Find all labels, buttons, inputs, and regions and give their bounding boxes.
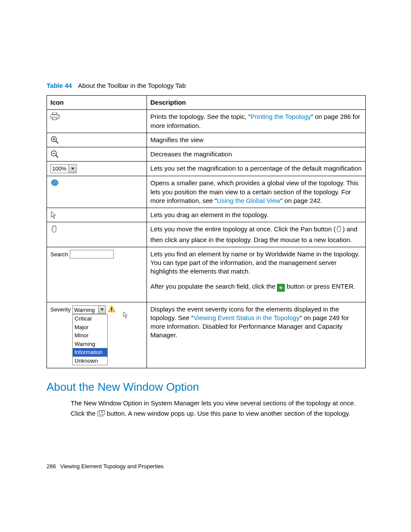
col-icon: Icon [47,96,147,110]
zoom-in-icon [47,133,147,147]
table-row: Prints the topology. See the topic, "Pri… [47,110,366,133]
table-row: Lets you drag an element in the topology… [47,208,366,222]
zoom-percent-value: 100% [51,165,68,173]
search-input[interactable] [70,250,114,258]
zoom-percent-select[interactable]: 100% [50,164,77,173]
severity-selected: Warning [73,306,98,314]
chevron-down-icon [68,165,76,173]
severity-option[interactable]: Major [73,323,107,332]
table-row: Opens a smaller pane, which provides a g… [47,176,366,208]
severity-option[interactable]: Information [73,348,107,357]
severity-control: Severity Warning Critical Major Minor Wa… [47,302,147,368]
search-control: Search [47,247,147,302]
toolbar-table: Icon Description Prints the topology. Se… [47,95,366,368]
new-window-icon [97,410,105,420]
severity-option[interactable]: Critical [73,314,107,323]
link-global-view[interactable]: Using the Global View [217,197,280,204]
svg-point-3 [58,115,59,116]
severity-option[interactable]: Unknown [73,357,107,365]
svg-line-5 [56,141,59,143]
table-label: Table 44 [47,82,72,89]
drag-desc: Lets you drag an element in the topology… [147,208,366,222]
cursor-icon [123,311,129,321]
svg-point-11 [51,180,58,186]
severity-option[interactable]: Minor [73,331,107,340]
zoom-percent-control: 100% [47,162,147,176]
table-row: Lets you move the entire topology at onc… [47,222,366,247]
svg-line-9 [56,156,59,158]
col-desc: Description [147,96,366,110]
severity-select[interactable]: Warning [72,305,106,314]
page-footer: 286Viewing Element Topology and Properti… [47,463,164,470]
severity-desc: Displays the event severity icons for th… [147,302,366,368]
svg-rect-13 [111,310,112,311]
svg-rect-0 [53,112,57,115]
table-caption: Table 44 About the Toolbar in the Topolo… [47,82,366,89]
table-row: 100% Lets you set the magnification to a… [47,162,366,176]
svg-rect-16 [100,410,105,411]
zoom-out-desc: Decreases the magnification [147,147,366,162]
table-row: Decreases the magnification [47,147,366,162]
zoom-in-desc: Magnifies the view [147,133,366,147]
link-printing-topology[interactable]: Printing the Topology [251,113,311,120]
search-desc: Lets you find an element by name or by W… [147,247,366,302]
svg-rect-12 [111,308,112,310]
search-go-icon [277,284,285,292]
table-row: Severity Warning Critical Major Minor Wa… [47,302,366,368]
zoom-out-icon [47,147,147,162]
search-label: Search [50,250,70,258]
severity-option[interactable]: Warning [73,340,107,348]
severity-label: Severity [50,306,71,314]
svg-rect-2 [53,117,57,120]
pan-icon [47,222,147,247]
table-row: Search Lets you find an element by name … [47,247,366,302]
pan-desc: Lets you move the entire topology at onc… [147,222,366,247]
print-desc: Prints the topology. See the topic, "Pri… [147,110,366,133]
warning-icon [108,305,115,315]
zoom-percent-desc: Lets you set the magnification to a perc… [147,162,366,176]
svg-point-17 [101,412,103,414]
global-view-desc: Opens a smaller pane, which provides a g… [147,176,366,208]
pan-inline-icon [336,225,342,235]
page-number: 286 [47,463,56,470]
link-viewing-event-status[interactable]: Viewing Event Status in the Topology [193,314,299,321]
section-body: The New Window Option in System Manager … [71,398,366,420]
section-heading: About the New Window Option [47,380,366,394]
table-row: Magnifies the view [47,133,366,147]
chevron-down-icon [98,306,106,314]
global-view-icon [47,176,147,208]
severity-options[interactable]: Critical Major Minor Warning Information… [72,314,108,365]
table-title: About the Toolbar in the Topology Tab [78,82,186,89]
chapter-title: Viewing Element Topology and Properties [60,463,164,470]
drag-icon [47,208,147,222]
print-icon [47,110,147,133]
